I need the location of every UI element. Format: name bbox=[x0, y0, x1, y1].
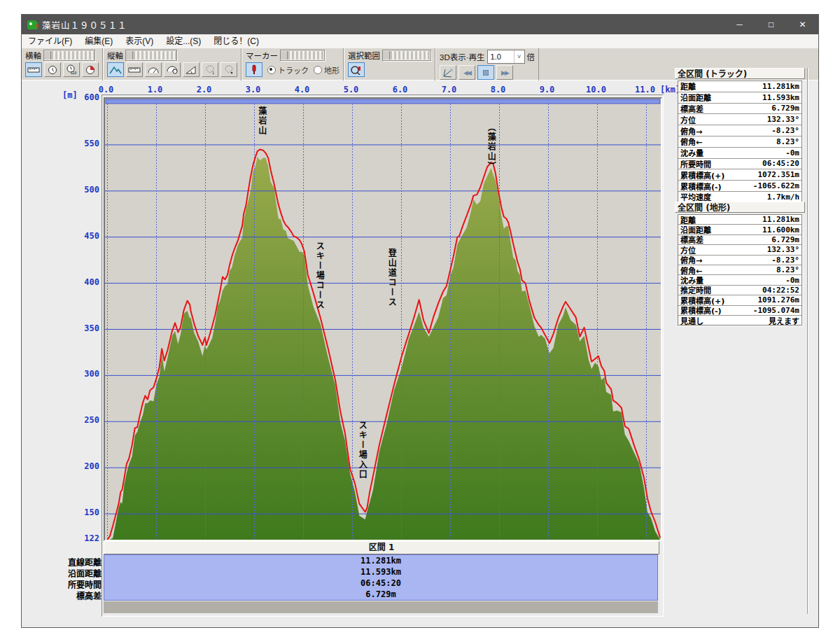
x-elapsed-pie-clock-button[interactable] bbox=[82, 62, 99, 77]
chart-annotation: （藻岩山） bbox=[485, 122, 496, 172]
y-pace-gauge-clock-button[interactable] bbox=[164, 62, 181, 77]
svg-text:1: 1 bbox=[212, 71, 215, 74]
y-marker-one-button[interactable]: 1 bbox=[202, 62, 218, 77]
stat-value: -8.23° bbox=[771, 126, 799, 135]
y-elevation-mountain-button[interactable] bbox=[107, 62, 124, 77]
stat-value: -0m bbox=[785, 148, 799, 158]
minimize-button[interactable]: ─ bbox=[724, 15, 755, 34]
marker-slider[interactable] bbox=[280, 50, 325, 61]
stat-value: 6.729m bbox=[771, 104, 799, 113]
y-tick: 250 bbox=[67, 415, 99, 425]
x-time-number-clock-button[interactable]: 123 bbox=[63, 62, 80, 77]
x-tick: 5.0 bbox=[339, 85, 364, 94]
maximize-button[interactable]: □ bbox=[755, 15, 787, 34]
app-window: 藻岩山１９０５１１ ─ □ ✕ ファイル(F) 編集(E) 表示(V) 設定..… bbox=[21, 14, 819, 628]
stat-row: 標高差6.729m bbox=[678, 104, 802, 115]
menu-edit[interactable]: 編集(E) bbox=[78, 34, 119, 48]
window-title: 藻岩山１９０５１１ bbox=[42, 18, 127, 31]
menu-close[interactable]: 閉じる！(C) bbox=[207, 34, 265, 48]
stop-button[interactable] bbox=[477, 65, 494, 80]
x-tick: 3.0 bbox=[241, 85, 266, 94]
x-tick: 4.0 bbox=[290, 85, 315, 94]
stat-value: 11.281km bbox=[762, 215, 799, 224]
bottom-strip bbox=[104, 601, 658, 613]
x-tick: 9.0 bbox=[535, 85, 560, 94]
close-button[interactable]: ✕ bbox=[787, 15, 818, 34]
stat-label: 俯角← bbox=[680, 136, 702, 147]
y-tick: 150 bbox=[67, 507, 99, 517]
segment-table: 11.281km 11.593km 06:45:20 6.729m bbox=[104, 554, 658, 601]
y-tick: 550 bbox=[67, 139, 99, 148]
stat-row: 沈み量-0m bbox=[678, 148, 802, 159]
elevation-plot[interactable]: 藻岩山（藻岩山）スキー場コース登山道コーススキー場入口 bbox=[104, 97, 662, 541]
selection-range-marker-button[interactable] bbox=[348, 62, 365, 77]
stat-label: 距離 bbox=[680, 80, 696, 92]
group-vertical-axis: 縦軸 1 bbox=[103, 48, 241, 80]
stat-row: 沿面距離11.593km bbox=[678, 92, 802, 104]
x-time-clock-button[interactable] bbox=[44, 62, 61, 77]
stat-row: 俯角←8.23° bbox=[678, 136, 802, 148]
stat-label: 俯角→ bbox=[680, 125, 702, 136]
stat-value: -8.23° bbox=[771, 255, 799, 265]
desktop: { "window": { "title": "藻岩山１９０５１１", "min… bbox=[0, 0, 840, 630]
x-distance-ruler-button[interactable] bbox=[25, 62, 42, 77]
y-tick: 600 bbox=[67, 92, 99, 102]
stat-row: 俯角→-8.23° bbox=[678, 125, 802, 136]
y-slope-angle-button[interactable] bbox=[183, 62, 200, 77]
stats-panel: 全区間 (トラック) 距離11.281km沿面距離11.593km標高差6.72… bbox=[675, 68, 809, 615]
stat-label: 沿面距離 bbox=[680, 92, 711, 103]
stat-label: 平均速度 bbox=[680, 191, 711, 202]
stat-value: 8.23° bbox=[776, 137, 799, 146]
stat-row: 累積標高(+)1072.351m bbox=[678, 169, 802, 181]
y-marker-dot-button[interactable] bbox=[220, 62, 237, 77]
stat-label: 累積標高(+) bbox=[680, 169, 724, 181]
y-speed-gauge-button[interactable] bbox=[145, 62, 162, 77]
menu-file[interactable]: ファイル(F) bbox=[22, 34, 78, 48]
menu-settings[interactable]: 設定...(S) bbox=[160, 34, 207, 48]
marker-pen-button[interactable] bbox=[246, 62, 262, 77]
y-tick: 350 bbox=[67, 323, 99, 333]
3d-view-icon-button[interactable] bbox=[440, 65, 456, 80]
y-tick: 500 bbox=[67, 185, 99, 195]
title-bar: 藻岩山１９０５１１ ─ □ ✕ bbox=[22, 15, 818, 34]
menu-view[interactable]: 表示(V) bbox=[119, 34, 160, 48]
stat-label: 所要時間 bbox=[680, 158, 711, 169]
track-stats-table: 距離11.281km沿面距離11.593km標高差6.729m方位132.33°… bbox=[678, 80, 802, 203]
y-ruler-button[interactable] bbox=[126, 62, 143, 77]
stat-label: 見通し bbox=[680, 315, 704, 326]
group-horizontal-axis: 横軸 123 bbox=[22, 48, 103, 80]
playback-speed-dropdown[interactable]: 1.0˅ bbox=[487, 50, 525, 64]
segment-surface-distance-value: 11.593km bbox=[104, 567, 657, 577]
stat-row: 累積標高(-)-1065.622m bbox=[678, 181, 802, 192]
segment-surface-distance-label: 沿面距離 bbox=[40, 567, 102, 579]
segment-duration-label: 所要時間 bbox=[40, 578, 102, 590]
chart-annotation: スキー場入口 bbox=[356, 421, 367, 479]
stat-value: 6.729m bbox=[771, 235, 799, 244]
stat-value: 132.33° bbox=[767, 115, 799, 124]
stat-value: 1072.351m bbox=[757, 170, 799, 179]
y-tick: 300 bbox=[67, 369, 99, 379]
stat-label: 沈み量 bbox=[680, 147, 704, 158]
group-3d-playback: 3D表示·再生 1.0˅ 倍 ◀◀ ▶▶ bbox=[435, 48, 539, 80]
stat-value: 04:22:52 bbox=[762, 286, 799, 295]
stat-label: 累積標高(-) bbox=[680, 181, 722, 192]
chart-annotation: 登山道コース bbox=[386, 248, 396, 307]
rewind-button[interactable]: ◀◀ bbox=[458, 65, 475, 80]
segment-duration-value: 06:45:20 bbox=[104, 578, 657, 588]
marker-terrain-radio[interactable]: 地形 bbox=[314, 64, 340, 76]
selection-range-bar[interactable] bbox=[106, 99, 660, 104]
chart-annotation: スキー場コース bbox=[314, 241, 324, 310]
horizontal-axis-slider[interactable] bbox=[43, 50, 95, 61]
marker-track-radio[interactable]: トラック bbox=[267, 64, 309, 76]
horizontal-axis-label: 横軸 bbox=[25, 50, 41, 61]
segment-straight-distance-label: 直線距離 bbox=[40, 556, 102, 568]
app-icon bbox=[27, 20, 38, 29]
panel-divider bbox=[807, 68, 808, 614]
selection-range-slider[interactable] bbox=[382, 50, 431, 61]
vertical-axis-slider[interactable] bbox=[125, 50, 177, 61]
stat-value: 11.593km bbox=[762, 93, 799, 102]
stat-value: 8.23° bbox=[776, 265, 799, 274]
stat-row: 見通し見えます bbox=[678, 316, 802, 325]
forward-button[interactable]: ▶▶ bbox=[496, 65, 513, 80]
y-tick: 450 bbox=[67, 231, 99, 241]
